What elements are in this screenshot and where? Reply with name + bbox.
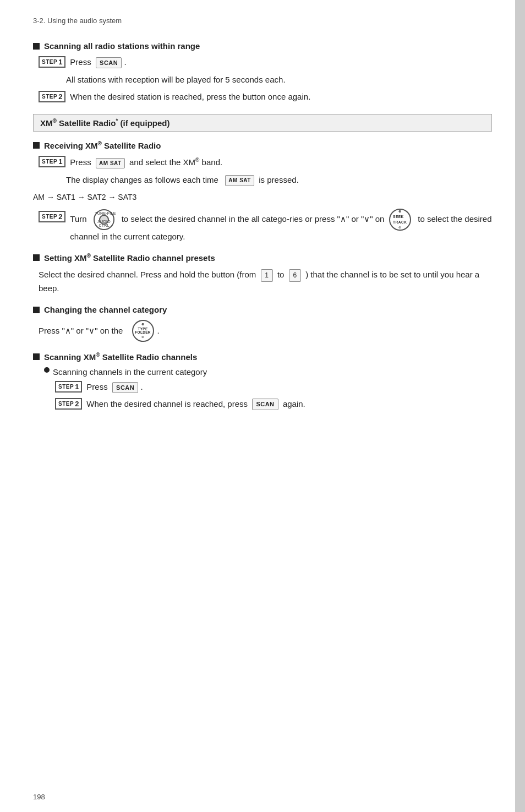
select-channel-text: Select the desired channel. Press and ho… (39, 270, 256, 279)
section-title-category: Changing the channel category (44, 305, 167, 314)
step2-row: STEP 2 When the desired station is reach… (39, 91, 492, 103)
xm-banner: XM® Satellite Radio* (if equipped) (33, 114, 492, 132)
xm-scan-button1: SCAN (112, 382, 138, 394)
bullet-icon (33, 43, 40, 50)
amsat-btn-inline: AM SAT (225, 175, 254, 186)
section-title-presets: Setting XM® Satellite Radio channel pres… (44, 253, 215, 263)
section-receiving-xm: Receiving XM® Satellite Radio STEP 1 Pre… (33, 140, 492, 243)
xm-scan-step2-content: When the desired channel is reached, pre… (86, 398, 492, 411)
again-text: again. (283, 399, 305, 408)
section-changing-category: Changing the channel category Press "∧" … (33, 305, 492, 342)
step1-content: Press SCAN . (70, 56, 492, 69)
step2-badge: STEP 2 (39, 91, 65, 102)
section-title-receiving: Receiving XM® Satellite Radio (44, 140, 161, 150)
bullet-icon-category (33, 307, 40, 313)
preset-from-badge: 1 (261, 269, 273, 282)
display-changes-text: The display changes as follows each time (66, 175, 223, 184)
bullet-icon-presets (33, 254, 40, 261)
step1-badge: STEP 1 (39, 56, 65, 68)
xm-scan-step1-badge: STEP 1 (55, 381, 82, 393)
section-heading-scanning-all: Scanning all radio stations within range (33, 41, 492, 51)
section-setting-presets: Setting XM® Satellite Radio channel pres… (33, 253, 492, 295)
receiving-step1-content: Press AM SAT and select the XM® band. (70, 156, 492, 169)
xm-press-text: Press (86, 382, 107, 391)
step1-row: STEP 1 Press SCAN . (39, 56, 492, 69)
breadcrumb: 3-2. Using the audio system (33, 17, 492, 25)
receiving-step1-badge: STEP 1 (39, 156, 65, 167)
to-text: to (277, 270, 285, 279)
xm-scan-button2: SCAN (252, 399, 278, 410)
press-text: Press (70, 157, 91, 167)
arrow-line: AM → SAT1 → SAT2 → SAT3 (33, 191, 492, 203)
receiving-step1-row: STEP 1 Press AM SAT and select the XM® b… (39, 156, 492, 169)
receiving-step2-content: Turn TUNE·FILE AUDIO CTRL to select the … (70, 209, 492, 243)
right-bar (515, 0, 525, 812)
amsat-button: AM SAT (96, 158, 125, 168)
page-number: 198 (33, 793, 45, 801)
section-heading-presets: Setting XM® Satellite Radio channel pres… (33, 253, 492, 263)
section-heading-category: Changing the channel category (33, 305, 492, 314)
bullet-icon-receiving (33, 142, 40, 149)
section-scanning-xm: Scanning XM® Satellite Radio channels Sc… (33, 352, 492, 410)
sub-section-current: Scanning channels in the current categor… (44, 367, 492, 410)
bullet-icon-scanning-xm (33, 353, 40, 360)
scan-button: SCAN (96, 57, 122, 69)
receiving-step2-row: STEP 2 Turn TUNE·FILE AUDIO CTRL to sele… (39, 209, 492, 243)
section-scanning-all: Scanning all radio stations within range… (33, 41, 492, 103)
sub-bullet-row: Scanning channels in the current categor… (44, 367, 492, 377)
step2-content: When the desired station is reached, pre… (70, 91, 492, 103)
xm-scan-step1-content: Press SCAN . (86, 381, 492, 394)
xm-scan-step1-row: STEP 1 Press SCAN . (55, 381, 492, 394)
preset-to-badge: 6 (289, 269, 301, 282)
receiving-desc1: The display changes as follows each time… (66, 173, 492, 187)
knob-bot-label: AUDIO CTRL (95, 220, 113, 228)
step1-press-text: Press (70, 57, 91, 67)
knob-top-label: TUNE·FILE (95, 211, 113, 216)
press-arrows-text: Press "∧" or "∨" on the (39, 324, 123, 337)
section-heading-receiving: Receiving XM® Satellite Radio (33, 140, 492, 150)
category-desc: Press "∧" or "∨" on the ⊛ TYPEFOLDER ⊛ . (39, 320, 492, 342)
section-heading-scanning-xm: Scanning XM® Satellite Radio channels (33, 352, 492, 362)
category-suffix: . (157, 324, 160, 337)
to-select-text: to select the desired channel in the all… (122, 214, 387, 224)
tune-knob-icon: TUNE·FILE AUDIO CTRL (94, 209, 114, 230)
type-folder-icon: ⊛ TYPEFOLDER ⊛ (132, 320, 154, 342)
seek-track-icon: ⊛ SEEKTRACK ⊛ (389, 209, 411, 231)
is-pressed-text: is pressed. (256, 175, 299, 184)
turn-text: Turn (70, 214, 86, 224)
xm-scan-step2-badge: STEP 2 (55, 398, 82, 410)
section-title-scanning-all: Scanning all radio stations within range (44, 41, 200, 51)
receiving-step2-badge: STEP 2 (39, 211, 65, 222)
step1-desc: All stations with reception will be play… (66, 73, 492, 86)
and-select-text: and select the XM® band. (129, 157, 222, 167)
circle-bullet-icon (44, 367, 50, 373)
sub-section-title: Scanning channels in the current categor… (53, 367, 207, 377)
presets-desc: Select the desired channel. Press and ho… (39, 268, 492, 295)
section-title-scanning-xm: Scanning XM® Satellite Radio channels (44, 352, 197, 362)
when-desired-text: When the desired channel is reached, pre… (86, 399, 248, 408)
xm-scan-step2-row: STEP 2 When the desired channel is reach… (55, 398, 492, 411)
